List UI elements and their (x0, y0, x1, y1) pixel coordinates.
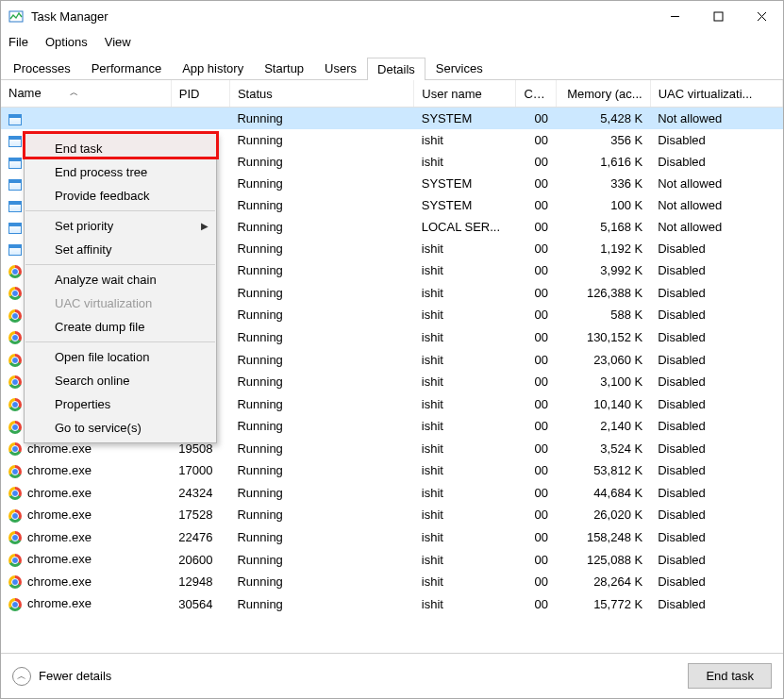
process-status: Running (229, 548, 413, 571)
process-row[interactable]: RunningSYSTEM005,428 KNot allowed (1, 108, 783, 130)
tab-details[interactable]: Details (367, 58, 425, 80)
process-memory: 2,140 K (556, 415, 650, 438)
process-row[interactable]: chrome.exe24324Runningishit0044,684 KDis… (1, 482, 783, 505)
process-status: Running (229, 194, 413, 216)
cm-open-file-location[interactable]: Open file location (25, 345, 216, 369)
process-pid: 22476 (171, 526, 229, 549)
process-memory: 3,100 K (556, 371, 650, 393)
process-pid: 12948 (171, 571, 229, 593)
process-cpu: 00 (516, 282, 556, 305)
process-status: Running (229, 259, 413, 282)
col-status[interactable]: Status (229, 80, 413, 108)
chrome-icon (8, 554, 22, 567)
process-uac: Disabled (650, 238, 782, 259)
process-status: Running (229, 282, 413, 305)
chrome-icon (8, 375, 22, 389)
tab-services[interactable]: Services (425, 57, 493, 79)
tab-performance[interactable]: Performance (81, 57, 172, 79)
process-user: ishit (414, 282, 516, 305)
process-memory: 5,168 K (556, 216, 650, 238)
cm-separator (25, 210, 215, 211)
tab-processes[interactable]: Processes (3, 57, 81, 79)
process-user: ishit (414, 459, 516, 482)
process-row[interactable]: chrome.exe12948Runningishit0028,264 KDis… (1, 571, 783, 593)
process-memory: 158,248 K (556, 526, 650, 549)
process-user: ishit (414, 438, 516, 460)
process-icon (8, 201, 22, 212)
tab-users[interactable]: Users (314, 57, 367, 79)
process-cpu: 00 (516, 548, 556, 571)
process-name: chrome.exe (27, 530, 92, 544)
menu-view[interactable]: View (103, 33, 133, 51)
col-uac[interactable]: UAC virtualizati... (650, 80, 782, 108)
process-user: ishit (414, 392, 516, 415)
chrome-icon (8, 487, 22, 500)
cm-end-process-tree[interactable]: End process tree (25, 160, 216, 184)
process-cpu: 00 (516, 151, 556, 173)
process-row[interactable]: chrome.exe17000Runningishit0053,812 KDis… (1, 459, 783, 482)
menu-file[interactable]: File (7, 33, 30, 51)
process-row[interactable]: chrome.exe30564Runningishit0015,772 KDis… (1, 592, 783, 615)
process-row[interactable]: chrome.exe22476Runningishit00158,248 KDi… (1, 526, 783, 549)
process-status: Running (229, 173, 413, 194)
process-uac: Disabled (650, 459, 782, 482)
process-cpu: 00 (516, 392, 556, 415)
chrome-icon (8, 287, 22, 300)
cm-go-to-services[interactable]: Go to service(s) (25, 416, 216, 440)
cm-end-task[interactable]: End task (25, 137, 216, 160)
process-row[interactable]: chrome.exe20600Runningishit00125,088 KDi… (1, 548, 783, 571)
col-cpu[interactable]: CPU (516, 80, 556, 108)
cm-set-priority[interactable]: Set priority▶ (25, 214, 216, 238)
tab-app-history[interactable]: App history (172, 57, 254, 79)
process-user: ishit (414, 304, 516, 326)
process-user: ishit (414, 238, 516, 259)
process-uac: Not allowed (650, 173, 782, 194)
process-cpu: 00 (516, 526, 556, 549)
process-name: chrome.exe (27, 508, 92, 522)
col-user[interactable]: User name (414, 80, 516, 108)
process-row[interactable]: chrome.exe17528Runningishit0026,020 KDis… (1, 504, 783, 526)
close-button[interactable] (740, 1, 783, 31)
fewer-details-toggle[interactable]: ︿ Fewer details (12, 667, 111, 686)
chrome-icon (8, 465, 22, 478)
process-uac: Disabled (650, 282, 782, 305)
process-cpu: 00 (516, 415, 556, 438)
cm-set-affinity[interactable]: Set affinity (25, 238, 216, 261)
cm-search-online[interactable]: Search online (25, 369, 216, 392)
process-user: SYSTEM (414, 108, 516, 130)
minimize-button[interactable] (653, 1, 696, 31)
process-memory: 125,088 K (556, 548, 650, 571)
tab-startup[interactable]: Startup (254, 57, 314, 79)
cm-analyze-wait-chain[interactable]: Analyze wait chain (25, 268, 216, 291)
process-name: chrome.exe (27, 463, 92, 477)
process-memory: 53,812 K (556, 459, 650, 482)
column-headers: Name︿ PID Status User name CPU Memory (a… (1, 80, 783, 108)
maximize-button[interactable] (696, 1, 740, 31)
end-task-button[interactable]: End task (688, 663, 772, 689)
process-status: Running (229, 438, 413, 460)
process-cpu: 00 (516, 371, 556, 393)
process-memory: 1,192 K (556, 238, 650, 259)
chrome-icon (8, 531, 22, 544)
menu-options[interactable]: Options (43, 33, 90, 51)
col-memory[interactable]: Memory (ac... (556, 80, 650, 108)
cm-provide-feedback[interactable]: Provide feedback (25, 184, 216, 208)
process-memory: 100 K (556, 194, 650, 216)
process-memory: 356 K (556, 129, 650, 151)
cm-create-dump-file[interactable]: Create dump file (25, 315, 216, 339)
process-user: ishit (414, 592, 516, 615)
chevron-up-circle-icon: ︿ (12, 667, 31, 686)
col-name[interactable]: Name︿ (1, 80, 171, 108)
process-memory: 336 K (556, 173, 650, 194)
chrome-icon (8, 309, 22, 323)
process-icon (8, 158, 22, 169)
footer: ︿ Fewer details End task (1, 653, 783, 698)
process-uac: Disabled (650, 348, 782, 371)
process-uac: Not allowed (650, 108, 782, 130)
cm-properties[interactable]: Properties (25, 392, 216, 416)
window-controls (653, 1, 783, 31)
chrome-icon (8, 421, 22, 434)
process-pid: 20600 (171, 548, 229, 571)
col-pid[interactable]: PID (171, 80, 229, 108)
sort-indicator-icon: ︿ (70, 88, 78, 97)
